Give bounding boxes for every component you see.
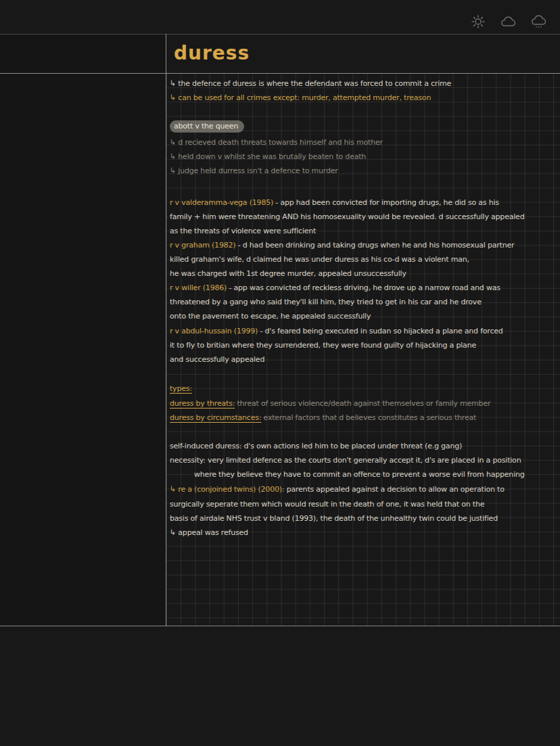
page-bottom-divider <box>0 626 560 626</box>
note-text-segment: abott v the queen <box>170 120 244 133</box>
note-line: duress by circumstances: external factor… <box>170 413 476 423</box>
note-line: r v graham (1982) - d had been drinking … <box>170 241 514 250</box>
note-line: types: <box>170 384 192 394</box>
note-line: where they believe they have to commit a… <box>194 470 525 480</box>
note-text-segment: basis of airdale NHS trust v bland (1993… <box>170 514 498 523</box>
note-text-segment: ↳ can be used for all crimes except: mur… <box>170 93 431 102</box>
note-text-segment: he was charged with 1st degree murder, a… <box>170 269 406 278</box>
note-text-segment: killed graham's wife, d claimed he was u… <box>170 255 469 264</box>
note-line: ↳ held down v whilst she was brutally be… <box>170 152 366 162</box>
note-text-segment: r v graham (1982) <box>170 241 235 250</box>
handwritten-notes-layer: ↳ the defence of duress is where the def… <box>0 0 560 626</box>
note-text-segment: necessity: very limited defence as the c… <box>170 456 521 465</box>
note-line: r v abdul-hussain (1999) - d's feared be… <box>170 327 503 336</box>
note-text-segment: ↳ appeal was refused <box>170 528 248 537</box>
note-text-segment: self-induced duress: d's own actions led… <box>170 442 462 450</box>
note-line: duress by threats: threat of serious vio… <box>170 399 490 409</box>
note-text-segment: and successfully appealed <box>170 355 264 364</box>
note-line: ↳ re a (conjoined twins) (2000): parents… <box>170 485 505 494</box>
note-line: ↳ appeal was refused <box>170 528 248 538</box>
note-line: ↳ the defence of duress is where the def… <box>170 79 451 89</box>
note-line: r v willer (1986) - app was convicted of… <box>170 283 500 293</box>
note-line: ↳ judge held durress isn't a defence to … <box>170 166 338 176</box>
note-text-segment: threatened by a gang who said they'll ki… <box>170 298 482 306</box>
note-text-segment: r v willer (1986) <box>170 283 227 292</box>
note-text-segment: - d had been drinking and taking drugs w… <box>235 241 514 250</box>
note-text-segment: family + him were threatening AND his ho… <box>170 212 524 221</box>
note-text-segment: ↳ d recieved death threats towards himse… <box>170 138 383 147</box>
note-line: killed graham's wife, d claimed he was u… <box>170 255 469 264</box>
note-line: and successfully appealed <box>170 355 264 365</box>
note-text-segment: - d's feared being executed in sudan so … <box>258 327 503 335</box>
note-line: onto the pavement to escape, he appealed… <box>170 312 371 321</box>
note-text-segment: ↳ judge held durress isn't a defence to … <box>170 166 338 175</box>
note-text-segment: r v abdul-hussain (1999) <box>170 327 258 335</box>
note-line: as the threats of violence were sufficie… <box>170 227 316 236</box>
note-text-segment: ↳ the defence of duress is where the def… <box>170 79 451 88</box>
note-line: family + him were threatening AND his ho… <box>170 212 524 222</box>
note-text-segment: it to fly to britian where they surrende… <box>170 341 476 350</box>
note-text-segment: where they believe they have to commit a… <box>194 470 525 479</box>
note-text-segment: parents appealed against a decision to a… <box>284 485 504 494</box>
note-text-segment: threat of serious violence/death against… <box>235 399 490 408</box>
note-text-segment: ↳ held down v whilst she was brutally be… <box>170 152 366 161</box>
note-text-segment: duress by threats: <box>170 399 235 408</box>
note-line: threatened by a gang who said they'll ki… <box>170 298 482 307</box>
notes-app-page: duress ↳ the defence of duress is where … <box>0 0 560 746</box>
note-line: basis of airdale NHS trust v bland (1993… <box>170 514 498 523</box>
note-line: abott v the queen <box>170 122 244 131</box>
note-text-segment: - app had been convicted for importing d… <box>273 198 499 207</box>
note-line: r v valderamma-vega (1985) - app had bee… <box>170 198 499 208</box>
note-line: it to fly to britian where they surrende… <box>170 341 476 350</box>
note-line: ↳ d recieved death threats towards himse… <box>170 138 383 147</box>
note-line: surgically seperate them which would res… <box>170 500 484 509</box>
note-text-segment: onto the pavement to escape, he appealed… <box>170 312 371 321</box>
note-text-segment: r v valderamma-vega (1985) <box>170 198 273 207</box>
note-text-segment: external factors that d believes constit… <box>261 413 476 422</box>
note-text-segment: surgically seperate them which would res… <box>170 500 484 509</box>
note-line: he was charged with 1st degree murder, a… <box>170 269 406 279</box>
note-text-segment: duress by circumstances: <box>170 413 261 422</box>
note-text-segment: ↳ re a (conjoined twins) (2000): <box>170 485 284 494</box>
note-text-segment: as the threats of violence were sufficie… <box>170 227 316 235</box>
note-text-segment: types: <box>170 384 192 393</box>
note-text-segment: - app was convicted of reckless driving,… <box>227 283 500 292</box>
note-line: ↳ can be used for all crimes except: mur… <box>170 93 431 103</box>
note-line: self-induced duress: d's own actions led… <box>170 442 462 451</box>
note-line: necessity: very limited defence as the c… <box>170 456 521 465</box>
